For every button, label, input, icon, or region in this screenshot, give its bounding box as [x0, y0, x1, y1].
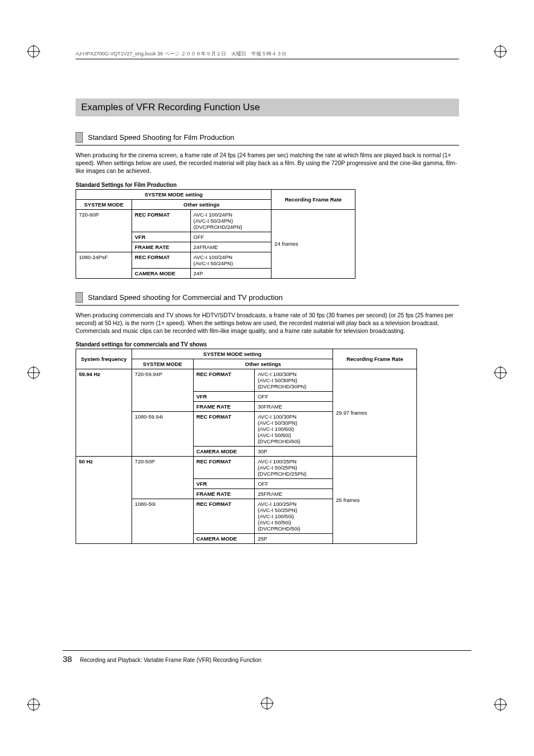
td-value: AVC-I 100/24PN(AVC-I 50/24PN) — [190, 252, 271, 268]
page-title: Examples of VFR Recording Function Use — [76, 98, 459, 116]
table-tv-settings: System frequency SYSTEM MODE setting Rec… — [76, 349, 417, 544]
td-value: AVC-I 100/24PN(AVC-I 50/24PN)(DVCPROHD/2… — [190, 209, 271, 232]
td-rec-rate: 24 frames — [271, 209, 355, 278]
td-label: REC FORMAT — [193, 412, 255, 447]
td-value: 24FRAME — [190, 242, 271, 252]
table-row: System frequency SYSTEM MODE setting Rec… — [76, 349, 417, 359]
td-rec-rate: 29.97 frames — [333, 369, 417, 457]
td-value: 25FRAME — [255, 489, 333, 499]
registration-mark-icon — [494, 366, 507, 379]
td-label: REC FORMAT — [193, 457, 255, 479]
td-sysmode: 1080-24PsF — [76, 252, 132, 278]
td-sysmode: 1080-50i — [132, 499, 193, 544]
td-label: REC FORMAT — [193, 499, 255, 534]
table-film-settings: SYSTEM MODE setting Recording Frame Rate… — [76, 189, 355, 279]
td-label: VFR — [193, 392, 255, 402]
section-heading-text: Standard Speed Shooting for Film Product… — [88, 133, 235, 142]
td-label: FRAME RATE — [193, 402, 255, 412]
td-value: OFF — [190, 232, 271, 242]
table-row: 59.94 Hz 720-59.94P REC FORMAT AVC-I 100… — [76, 369, 417, 392]
td-value: 25P — [255, 534, 333, 544]
page-footer: 38 Recording and Playback: Variable Fram… — [63, 650, 471, 664]
td-label: FRAME RATE — [193, 489, 255, 499]
td-sysmode: 720-50P — [132, 457, 193, 499]
body-paragraph: When producing for the cinema screen, a … — [76, 151, 459, 175]
th-rec-frame-rate: Recording Frame Rate — [271, 189, 355, 209]
td-sysmode: 720-60P — [76, 209, 132, 252]
registration-mark-icon — [27, 45, 40, 58]
td-label: CAMERA MODE — [193, 534, 255, 544]
td-label: REC FORMAT — [132, 252, 190, 268]
th-other: Other settings — [193, 359, 333, 369]
table-row: 720-60P REC FORMAT AVC-I 100/24PN(AVC-I … — [76, 209, 355, 232]
registration-mark-icon — [494, 698, 507, 711]
th-sysmode: SYSTEM MODE — [132, 359, 193, 369]
td-label: FRAME RATE — [132, 242, 190, 252]
td-value: 30FRAME — [255, 402, 333, 412]
registration-mark-icon — [27, 698, 40, 711]
table-row: SYSTEM MODE setting Recording Frame Rate — [76, 189, 355, 199]
td-label: VFR — [193, 479, 255, 489]
th-rec-frame-rate: Recording Frame Rate — [333, 349, 417, 369]
section-heading-tv: Standard Speed shooting for Commercial a… — [76, 292, 459, 303]
page-number: 38 — [63, 654, 72, 664]
td-value: 24P — [190, 268, 271, 278]
td-label: VFR — [132, 232, 190, 242]
registration-mark-icon — [494, 45, 507, 58]
td-value: AVC-I 100/25PN(AVC-I 50/25PN)(AVC-I 100/… — [255, 499, 333, 534]
registration-mark-icon — [27, 366, 40, 379]
td-label: CAMERA MODE — [193, 447, 255, 457]
table-caption: Standard Settings for Film Production — [76, 182, 459, 188]
td-sysmode: 720-59.94P — [132, 369, 193, 412]
th-sysmode-setting: SYSTEM MODE setting — [76, 189, 271, 199]
td-label: CAMERA MODE — [132, 268, 190, 278]
section-heading-text: Standard Speed shooting for Commercial a… — [88, 293, 283, 302]
td-value: 30P — [255, 447, 333, 457]
td-value: OFF — [255, 479, 333, 489]
td-value: AVC-I 100/30PN(AVC-I 50/30PN)(AVC-I 100/… — [255, 412, 333, 447]
document-header-line: AJ-HPX2700G-VQT1V27_eng.book 38 ページ ２００８… — [76, 50, 459, 59]
divider — [76, 145, 459, 145]
divider — [76, 305, 459, 306]
breadcrumb: Recording and Playback: Variable Frame R… — [80, 657, 261, 663]
page: AJ-HPX2700G-VQT1V27_eng.book 38 ページ ２００８… — [0, 0, 534, 756]
body-paragraph: When producing commercials and TV shows … — [76, 311, 459, 335]
th-sysmode-setting: SYSTEM MODE setting — [132, 349, 332, 359]
td-value: AVC-I 100/25PN(AVC-I 50/25PN)(DVCPROHD/2… — [255, 457, 333, 479]
td-value: OFF — [255, 392, 333, 402]
th-sysmode: SYSTEM MODE — [76, 199, 132, 209]
td-value: AVC-I 100/30PN(AVC-I 50/30PN)(DVCPROHD/3… — [255, 369, 333, 392]
heading-accent-icon — [76, 132, 83, 143]
content-area: AJ-HPX2700G-VQT1V27_eng.book 38 ページ ２００８… — [76, 50, 459, 557]
th-sysfreq: System frequency — [76, 349, 132, 369]
td-freq: 59.94 Hz — [76, 369, 132, 457]
td-rec-rate: 25 frames — [333, 457, 417, 544]
th-other: Other settings — [132, 199, 271, 209]
section-heading-film: Standard Speed Shooting for Film Product… — [76, 132, 459, 143]
table-caption: Standard settings for commercials and TV… — [76, 341, 459, 348]
td-label: REC FORMAT — [193, 369, 255, 392]
registration-mark-icon — [260, 697, 274, 710]
td-freq: 50 Hz — [76, 457, 132, 544]
table-row: 50 Hz 720-50P REC FORMAT AVC-I 100/25PN(… — [76, 457, 417, 479]
td-label: REC FORMAT — [132, 209, 190, 232]
heading-accent-icon — [76, 292, 83, 303]
td-sysmode: 1080-59.94i — [132, 412, 193, 457]
